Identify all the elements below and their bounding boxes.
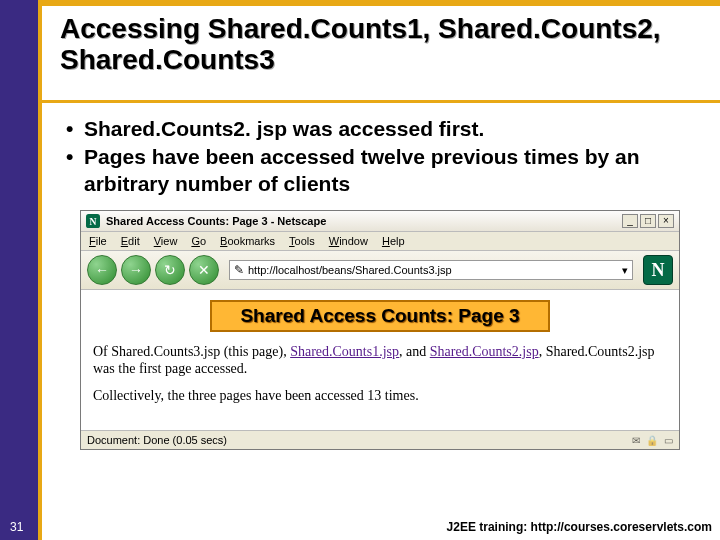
security-icon: 🔒 bbox=[646, 435, 658, 446]
footer-text: J2EE training: http://courses.coreservle… bbox=[447, 520, 712, 534]
slide-title: Accessing Shared.Counts1, Shared.Counts2… bbox=[60, 14, 700, 76]
slide-top-bar bbox=[42, 0, 720, 6]
window-controls: _ □ × bbox=[622, 214, 674, 228]
status-bar: Document: Done (0.05 secs) ✉ 🔒 ▭ bbox=[81, 431, 679, 449]
slide-left-stripe bbox=[0, 0, 38, 540]
status-icons: ✉ 🔒 ▭ bbox=[632, 435, 673, 446]
address-bar[interactable]: ✎ ▾ bbox=[229, 260, 633, 280]
menu-help[interactable]: Help bbox=[382, 235, 405, 247]
svg-text:N: N bbox=[90, 216, 97, 227]
menu-bar: File Edit View Go Bookmarks Tools Window… bbox=[81, 232, 679, 251]
page-paragraph-2: Collectively, the three pages have been … bbox=[93, 388, 667, 405]
bullet-list: Shared.Counts2. jsp was accessed first. … bbox=[66, 116, 696, 199]
window-title: Shared Access Counts: Page 3 - Netscape bbox=[106, 215, 622, 227]
toolbar: ← → ↻ ✕ ✎ ▾ N bbox=[81, 251, 679, 290]
back-button[interactable]: ← bbox=[87, 255, 117, 285]
browser-titlebar: N Shared Access Counts: Page 3 - Netscap… bbox=[81, 211, 679, 232]
bullet-item: Shared.Counts2. jsp was accessed first. bbox=[66, 116, 696, 142]
menu-view[interactable]: View bbox=[154, 235, 178, 247]
title-underline bbox=[42, 100, 720, 103]
dropdown-icon[interactable]: ▾ bbox=[622, 264, 628, 277]
netscape-logo: N bbox=[643, 255, 673, 285]
link-counts2[interactable]: Shared.Counts2.jsp bbox=[430, 344, 539, 359]
page-heading: Shared Access Counts: Page 3 bbox=[210, 300, 549, 332]
url-input[interactable] bbox=[248, 264, 622, 276]
reload-button[interactable]: ↻ bbox=[155, 255, 185, 285]
netscape-icon: N bbox=[86, 214, 100, 228]
mail-icon: ✉ bbox=[632, 435, 640, 446]
link-counts1[interactable]: Shared.Counts1.jsp bbox=[290, 344, 399, 359]
close-button[interactable]: × bbox=[658, 214, 674, 228]
status-text: Document: Done (0.05 secs) bbox=[87, 434, 227, 446]
page-viewport: Shared Access Counts: Page 3 Of Shared.C… bbox=[81, 290, 679, 431]
menu-file[interactable]: File bbox=[89, 235, 107, 247]
page-paragraph-1: Of Shared.Counts3.jsp (this page), Share… bbox=[93, 344, 667, 378]
menu-go[interactable]: Go bbox=[191, 235, 206, 247]
forward-button[interactable]: → bbox=[121, 255, 151, 285]
menu-tools[interactable]: Tools bbox=[289, 235, 315, 247]
progress-icon: ▭ bbox=[664, 435, 673, 446]
maximize-button[interactable]: □ bbox=[640, 214, 656, 228]
browser-window: N Shared Access Counts: Page 3 - Netscap… bbox=[80, 210, 680, 450]
menu-bookmarks[interactable]: Bookmarks bbox=[220, 235, 275, 247]
stop-button[interactable]: ✕ bbox=[189, 255, 219, 285]
menu-edit[interactable]: Edit bbox=[121, 235, 140, 247]
slide-number: 31 bbox=[10, 520, 23, 534]
minimize-button[interactable]: _ bbox=[622, 214, 638, 228]
menu-window[interactable]: Window bbox=[329, 235, 368, 247]
pencil-icon: ✎ bbox=[234, 263, 244, 277]
bullet-item: Pages have been accessed twelve previous… bbox=[66, 144, 696, 197]
